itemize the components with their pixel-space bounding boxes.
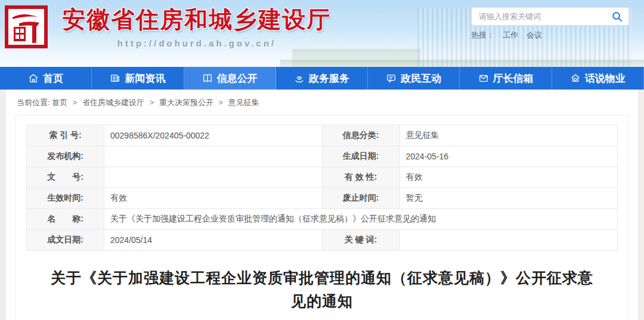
main-nav: 首页 新闻资讯 信息公开 政务服务 [0,67,644,90]
mailbox-icon [478,73,489,84]
service-hands-icon [294,73,305,84]
meta-label-generated-date: 生成日期: [322,146,400,167]
breadcrumb-separator: > [150,98,154,107]
breadcrumb: 当前位置: 首页 > 省住房城乡建设厅 > 重大决策预公开 > 意见征集 [6,90,638,115]
table-row: 生效时间: 有效 废止时间: 暂无 [27,188,618,209]
search-input[interactable] [479,12,611,21]
meta-label-publisher: 发布机构: [27,146,104,167]
search-box[interactable] [471,7,629,26]
nav-item-news[interactable]: 新闻资讯 [92,67,184,90]
hot-search-link-meeting[interactable]: 会议 [527,30,542,41]
meta-label-validity: 有 效 性: [322,167,400,188]
breadcrumb-department[interactable]: 省住房城乡建设厅 [82,98,144,107]
breadcrumb-separator: > [73,98,78,107]
meta-value-keywords [400,230,618,251]
main-content: 当前位置: 首页 > 省住房城乡建设厅 > 重大决策预公开 > 意见征集 索 引… [6,90,638,320]
meta-value-written-date: 2024/05/14 [104,230,323,251]
document-detail-panel: 索 引 号: 00298586X/202405-00022 信息分类: 意见征集… [16,115,628,320]
meta-label-name: 名 称: [27,209,104,230]
breadcrumb-home[interactable]: 首页 [52,98,67,107]
nav-item-property-talk[interactable]: 话说物业 [552,67,644,90]
meta-value-doc-number [104,167,323,188]
nav-item-home[interactable]: 首页 [0,67,92,90]
nav-item-label: 政民互动 [401,72,441,85]
hot-search-link-work[interactable]: 工作 [503,30,518,41]
breadcrumb-separator: > [219,98,224,107]
news-icon [110,73,120,84]
meta-label-keywords: 关 键 词: [322,230,400,251]
article-title: 关于《关于加强建设工程企业资质审批管理的通知（征求意见稿）》公开征求意见的通知 [44,266,600,313]
nav-item-label: 信息公开 [217,72,258,85]
nav-item-gov-services[interactable]: 政务服务 [276,67,368,90]
breadcrumb-opinion-collection[interactable]: 意见征集 [228,98,259,107]
breadcrumb-pre-disclosure[interactable]: 重大决策预公开 [159,98,213,107]
meta-label-index-number: 索 引 号: [27,125,104,146]
nav-item-info-disclosure[interactable]: 信息公开 [184,67,276,90]
meta-value-effective-time: 有效 [104,188,323,209]
meta-value-index-number: 00298586X/202405-00022 [104,125,323,146]
hot-search-row: 热搜： 工作 会议 [471,30,629,41]
house-gear-icon [570,73,581,84]
meta-label-info-category: 信息分类: [322,125,400,146]
table-row: 文 号: 有 效 性: 有效 [27,167,618,188]
site-header: 安徽省住房和城乡建设厅 http://dohurd.ah.gov.cn/ 热搜：… [0,0,644,67]
home-icon [28,73,39,84]
site-logo[interactable] [5,5,48,48]
nav-item-label: 新闻资讯 [125,72,165,85]
brand-block: 安徽省住房和城乡建设厅 http://dohurd.ah.gov.cn/ [54,4,340,48]
search-icon[interactable] [611,10,624,23]
open-book-icon [202,73,213,84]
site-url: http://dohurd.ah.gov.cn/ [54,38,340,48]
document-meta-table: 索 引 号: 00298586X/202405-00022 信息分类: 意见征集… [26,125,618,251]
meta-value-generated-date: 2024-05-16 [400,146,618,167]
nav-item-label: 首页 [43,72,63,85]
nav-item-interaction[interactable]: 政民互动 [368,67,460,90]
breadcrumb-prefix: 当前位置: [17,98,52,107]
search-area: 热搜： 工作 会议 [471,7,629,41]
meta-label-written-date: 成文日期: [27,230,104,251]
table-row: 索 引 号: 00298586X/202405-00022 信息分类: 意见征集 [27,125,618,146]
table-row: 发布机构: 生成日期: 2024-05-16 [27,146,618,167]
site-title: 安徽省住房和城乡建设厅 [54,4,340,36]
meta-value-validity: 有效 [400,167,618,188]
hot-search-label: 热搜： [471,30,494,41]
meta-value-publisher [104,146,323,167]
seal-logo-icon [5,5,48,48]
meta-label-effective-time: 生效时间: [27,188,104,209]
header-trees-image [280,60,644,67]
meta-value-abolish-time: 暂无 [400,188,618,209]
nav-item-label: 话说物业 [585,72,626,85]
nav-item-label: 政务服务 [309,72,349,85]
meta-value-info-category: 意见征集 [400,125,618,146]
table-row: 成文日期: 2024/05/14 关 键 词: [27,230,618,251]
chat-bubble-icon [386,73,397,84]
meta-label-doc-number: 文 号: [27,167,104,188]
meta-label-abolish-time: 废止时间: [322,188,400,209]
meta-value-name: 关于《关于加强建设工程企业资质审批管理的通知（征求意见稿）》公开征求意见的通知 [104,209,618,230]
table-row: 名 称: 关于《关于加强建设工程企业资质审批管理的通知（征求意见稿）》公开征求意… [27,209,618,230]
nav-item-label: 厅长信箱 [493,72,534,85]
nav-item-director-mailbox[interactable]: 厅长信箱 [460,67,552,90]
